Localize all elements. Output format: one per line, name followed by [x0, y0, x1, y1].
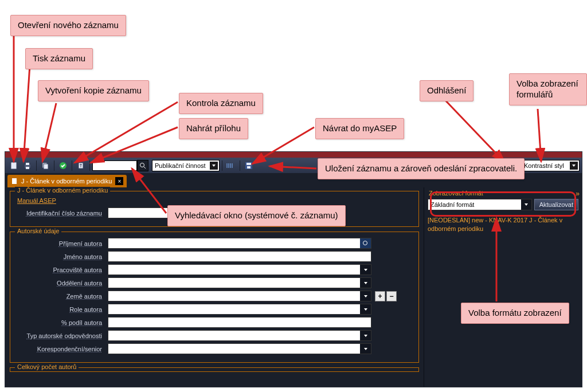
- new-record-icon[interactable]: [7, 160, 20, 171]
- chevron-down-icon[interactable]: [360, 344, 371, 354]
- check-record-icon[interactable]: [57, 160, 69, 171]
- search-slot: [92, 160, 148, 171]
- input-workplace[interactable]: [108, 264, 371, 275]
- callout-upload: Nahrát přílohu: [179, 118, 248, 139]
- search-input[interactable]: [92, 160, 137, 171]
- callout-myasep: Návrat do myASEP: [315, 118, 404, 139]
- svg-rect-14: [26, 167, 29, 169]
- callout-style: Volba zobrazení formulářů: [509, 73, 587, 105]
- svg-line-1: [24, 65, 30, 162]
- input-resp[interactable]: [108, 330, 371, 341]
- svg-rect-27: [247, 166, 251, 168]
- filter-dropdown[interactable]: Publikační činnost: [152, 160, 220, 171]
- label-id: Identifikační číslo záznamu: [16, 210, 108, 217]
- input-dept[interactable]: [108, 277, 371, 288]
- filter-dropdown-label: Publikační činnost: [155, 162, 206, 169]
- svg-rect-13: [26, 163, 29, 165]
- total-authors-fieldset: Celkový počet autorů: [10, 367, 419, 372]
- surname-lookup-icon[interactable]: [360, 238, 371, 248]
- chevron-down-icon[interactable]: [360, 291, 371, 301]
- input-country[interactable]: [108, 291, 371, 301]
- input-role[interactable]: [108, 304, 371, 315]
- doc-icon: [11, 178, 18, 185]
- return-myasep-icon[interactable]: [225, 160, 237, 171]
- search-button[interactable]: [137, 160, 148, 171]
- manual-link[interactable]: Manuál ASEP: [17, 197, 413, 204]
- svg-rect-26: [246, 163, 251, 165]
- copy-icon[interactable]: [39, 160, 52, 171]
- label-corr: Korespondenční/senior: [16, 346, 108, 352]
- authors-legend: Autorské údaje: [15, 228, 61, 234]
- callout-print: Tisk záznamu: [25, 48, 93, 69]
- label-firstname: Jméno autora: [16, 253, 108, 260]
- row-firstname: Jméno autora: [16, 251, 413, 262]
- row-corr: Korespondenční/senior: [16, 343, 413, 354]
- row-role: Role autora: [16, 304, 413, 315]
- input-surname[interactable]: [108, 238, 371, 249]
- label-country: Země autora: [16, 293, 108, 300]
- callout-copy: Vytvoření kopie záznamu: [38, 80, 149, 101]
- row-dept: Oddělení autora: [16, 277, 413, 288]
- authors-fieldset: Autorské údaje Příjmení autora Jméno aut…: [10, 232, 419, 363]
- highlight-format-area: [430, 191, 576, 217]
- titlebar: [5, 152, 582, 158]
- svg-line-20: [144, 167, 146, 168]
- expand-icon[interactable]: »: [576, 190, 580, 198]
- callout-save-send: Uložení záznamu a zároveň odeslání zprac…: [318, 158, 525, 179]
- input-firstname[interactable]: [108, 251, 371, 262]
- callout-new-record: Otevření nového záznamu: [10, 15, 126, 36]
- add-author-button[interactable]: +: [375, 291, 385, 301]
- upload-attachment-icon[interactable]: [75, 160, 87, 171]
- input-share[interactable]: [108, 317, 371, 328]
- label-surname: Příjmení autora: [16, 240, 108, 247]
- print-icon[interactable]: [21, 160, 34, 171]
- total-authors-legend: Celkový počet autorů: [15, 363, 79, 370]
- svg-rect-11: [11, 162, 17, 169]
- doc-tab-label: J - Článek v odborném periodiku: [21, 178, 112, 185]
- input-corr[interactable]: [108, 343, 371, 354]
- row-surname: Příjmení autora: [16, 238, 413, 249]
- row-country: Země autora + −: [16, 291, 413, 301]
- record-status-text: [NEODESLÁN] new - KNAV-K 2017 J - Článek…: [428, 216, 578, 233]
- label-role: Role autora: [16, 306, 108, 313]
- row-workplace: Pracoviště autora: [16, 264, 413, 275]
- svg-rect-29: [12, 178, 17, 184]
- svg-point-30: [363, 241, 367, 245]
- row-resp: Typ autorské odpovědnosti: [16, 330, 413, 341]
- svg-rect-16: [44, 164, 48, 169]
- chevron-down-icon[interactable]: [360, 278, 371, 288]
- right-panel: » Zobrazovací formát Základní formát Akt…: [424, 187, 582, 387]
- label-share: % podíl autora: [16, 319, 108, 326]
- add-remove-author: + −: [375, 291, 397, 301]
- tab-close-icon[interactable]: ×: [115, 177, 123, 185]
- callout-display-format: Volba formátu zobrazení: [461, 303, 569, 324]
- app-window: Publikační činnost Knihovna AV ČR - Berá…: [5, 151, 582, 387]
- callout-logout: Odhlášení: [420, 80, 473, 101]
- chevron-down-icon[interactable]: [360, 265, 371, 275]
- save-send-icon[interactable]: [242, 160, 255, 171]
- doc-tab[interactable]: J - Článek v odborném periodiku ×: [7, 175, 127, 187]
- chevron-down-icon[interactable]: [360, 331, 371, 340]
- chevron-down-icon[interactable]: [360, 304, 371, 314]
- label-workplace: Pracoviště autora: [16, 266, 108, 273]
- row-share: % podíl autora: [16, 317, 413, 328]
- remove-author-button[interactable]: −: [386, 291, 397, 301]
- outer-legend: J - Článek v odborném periodiku: [15, 187, 110, 194]
- callout-search-window: Vyhledávací okno (systémové č. záznamu): [167, 205, 346, 226]
- label-dept: Oddělení autora: [16, 280, 108, 287]
- style-dropdown-label: Kontrastní styl: [524, 162, 564, 169]
- callout-check: Kontrola záznamu: [179, 93, 263, 114]
- svg-point-19: [140, 163, 144, 167]
- label-resp: Typ autorské odpovědnosti: [16, 332, 108, 339]
- style-dropdown[interactable]: Kontrastní styl: [521, 160, 580, 171]
